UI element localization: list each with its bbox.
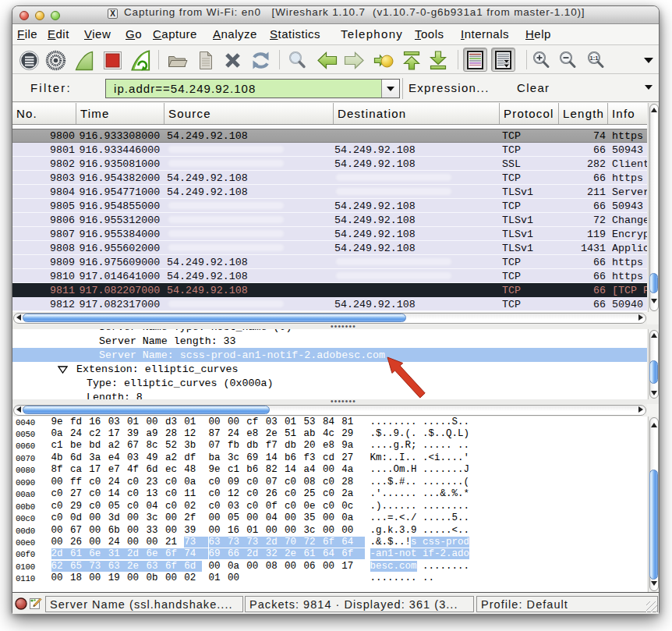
svg-text:1:1: 1:1 xyxy=(590,54,599,61)
